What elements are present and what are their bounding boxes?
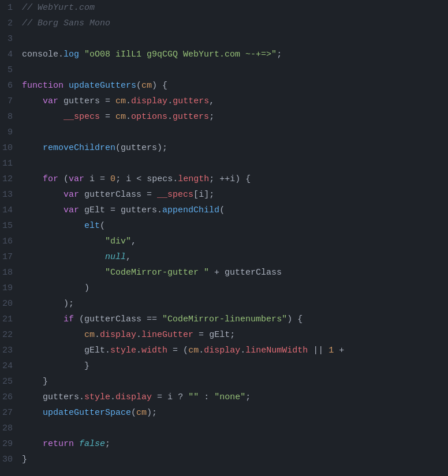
prop-token: display (100, 330, 136, 340)
line-content: removeChildren(gutters); (22, 140, 448, 156)
ident-token: gutterClass (225, 268, 282, 278)
plain-token (79, 190, 84, 200)
plain-token: == (141, 314, 162, 324)
function-token: updateGutters (69, 81, 136, 91)
line-content (22, 156, 448, 171)
line-number: 28 (0, 421, 22, 436)
code-line: 4console.log "oO08 iIlL1 g9qCGQ WebYurt.… (0, 47, 448, 62)
plain-token: . (105, 346, 110, 355)
plain-token: ; (105, 439, 110, 449)
line-number: 7 (0, 93, 22, 109)
line-number: 22 (0, 327, 22, 343)
code-line: 26 gutters.style.display = i ? "" : "non… (0, 389, 448, 405)
plain-token (84, 174, 89, 184)
code-line: 9 (0, 125, 448, 140)
line-content: __specs = cm.options.gutters; (22, 109, 448, 125)
code-line: 28 (0, 421, 448, 436)
line-number: 11 (0, 156, 22, 171)
plain-token: . (126, 96, 131, 106)
line-number: 14 (0, 203, 22, 218)
prop-token: length (178, 174, 209, 184)
param-token: cm (84, 330, 95, 340)
plain-token: ; (152, 408, 157, 418)
code-line: 24 } (0, 358, 448, 374)
plain-token: ; (162, 143, 167, 153)
line-number: 19 (0, 280, 22, 296)
plain-token: = (100, 96, 115, 106)
ident-token: gutters (64, 96, 100, 106)
line-number: 8 (0, 109, 22, 125)
keyword-token: var (69, 174, 84, 184)
ident-token: i (126, 174, 131, 184)
line-content (22, 31, 448, 47)
null-token: null (105, 252, 126, 262)
code-line: 11 (0, 156, 448, 171)
plain-token: } (43, 377, 48, 387)
param-token: cm (141, 81, 152, 91)
line-content: } (22, 358, 448, 374)
keyword-token: for (43, 174, 58, 184)
ident-token: gElt (209, 330, 230, 340)
line-content: // WebYurt.com (22, 0, 448, 16)
plain-token (58, 96, 64, 106)
plain-token: ; (277, 50, 282, 59)
line-number: 27 (0, 405, 22, 421)
keyword-token: if (64, 314, 74, 324)
line-content (22, 62, 448, 78)
param-token: cm (188, 346, 199, 355)
line-content: "div", (22, 234, 448, 249)
ident-token: i (167, 392, 173, 402)
code-line: 8 __specs = cm.options.gutters; (0, 109, 448, 125)
code-line: 18 "CodeMirror-gutter " + gutterClass (0, 265, 448, 280)
code-line: 15 elt( (0, 218, 448, 234)
line-content: gutters.style.display = i ? "" : "none"; (22, 389, 448, 405)
string-token: "div" (105, 237, 131, 246)
prop-token: lineNumWidth (245, 346, 308, 355)
plain-token: = ( (167, 346, 188, 355)
plain-token: , (209, 96, 214, 106)
line-content: var gElt = gutters.appendChild( (22, 203, 448, 218)
string-token: "oO08 iIlL1 g9qCGQ WebYurt.com ~-+=>" (84, 50, 277, 59)
line-number: 26 (0, 389, 22, 405)
line-number: 4 (0, 47, 22, 62)
plain-token: { (157, 81, 167, 91)
plain-token: = (193, 330, 209, 340)
line-content: updateGutterSpace(cm); (22, 405, 448, 421)
line-content: } (22, 452, 448, 467)
plain-token: . (199, 346, 204, 355)
code-line: 30} (0, 452, 448, 467)
line-content: ) (22, 280, 448, 296)
code-line: 21 if (gutterClass == "CodeMirror-linenu… (0, 312, 448, 327)
ident-token: specs (147, 174, 173, 184)
prop-token: display (115, 392, 152, 402)
code-line: 2// Borg Sans Mono (0, 16, 448, 31)
plain-token: ; ++ (209, 174, 230, 184)
line-number: 16 (0, 234, 22, 249)
ident-token: gutters (121, 205, 157, 215)
param-token: cm (136, 408, 147, 418)
paren-token: ) (157, 143, 162, 153)
line-content: var gutterClass = __specs[i]; (22, 187, 448, 203)
plain-token: ; (209, 112, 214, 122)
plain-token: || (308, 346, 328, 355)
ident-token: gutters (43, 392, 79, 402)
line-number: 13 (0, 187, 22, 203)
keyword-token: var (43, 96, 58, 106)
plain-token: , (131, 237, 136, 246)
ident-token: i (230, 174, 235, 184)
prop-token: width (141, 346, 167, 355)
plain-token: ; (230, 330, 235, 340)
prop-token: display (131, 96, 167, 106)
keyword-token: function (22, 81, 64, 91)
prop-token: lineGutter (141, 330, 193, 340)
ident-token: gutterClass (84, 190, 141, 200)
plain-token: . (136, 346, 141, 355)
plain-token: ) { (235, 174, 251, 184)
line-content: console.log "oO08 iIlL1 g9qCGQ WebYurt.c… (22, 47, 448, 62)
param-token: cm (115, 112, 126, 122)
plain-token: } (84, 361, 89, 371)
line-number: 25 (0, 374, 22, 389)
line-content: function updateGutters(cm) { (22, 78, 448, 93)
plain-token: . (126, 112, 131, 122)
plain-token: . (58, 50, 64, 59)
